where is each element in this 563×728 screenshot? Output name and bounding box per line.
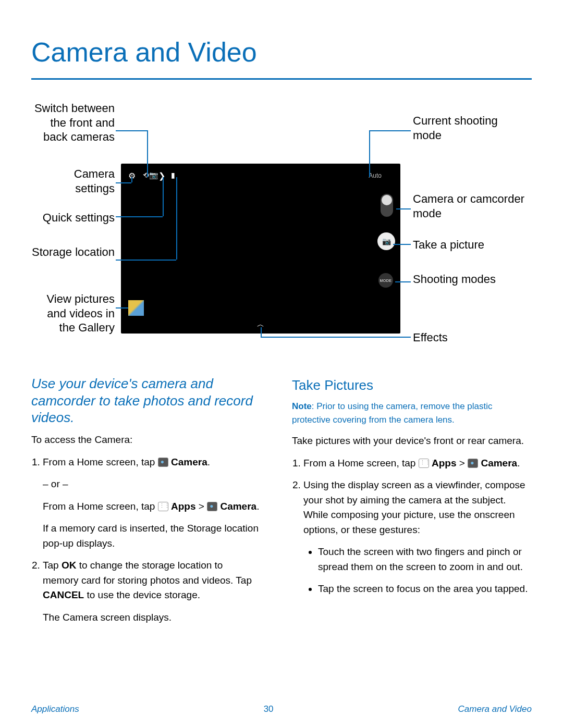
text-bold: Camera: [171, 456, 207, 467]
leader-line: [393, 244, 411, 245]
leader-line: [116, 182, 131, 183]
camera-app-icon: [468, 459, 478, 468]
text: If a memory card is inserted, the Storag…: [43, 521, 261, 551]
callout-shooting-mode: Current shooting mode: [413, 114, 528, 142]
text-bold: Apps: [432, 458, 457, 468]
apps-icon: [158, 502, 168, 511]
camera-icon: 📷: [382, 237, 391, 245]
text: .: [517, 458, 520, 468]
callout-switch-camera: Switch between the front and back camera…: [31, 101, 115, 144]
note: Note: Prior to using the camera, remove …: [292, 400, 532, 426]
leader-line: [369, 130, 411, 131]
text: to use the device storage.: [84, 589, 200, 600]
leader-line: [116, 130, 147, 131]
subheading: Take Pictures: [292, 375, 532, 396]
note-text: : Prior to using the camera, remove the …: [292, 401, 493, 425]
leader-line: [116, 260, 176, 261]
footer: Applications 30 Camera and Video: [31, 704, 532, 714]
leader-line: [147, 130, 148, 177]
text: .: [256, 501, 259, 512]
list-item: Tap the screen to focus on the area you …: [318, 582, 532, 597]
gallery-thumbnail[interactable]: [128, 300, 144, 316]
switch-camera-icon[interactable]: ⟲📷: [143, 171, 158, 179]
mode-button[interactable]: MODE: [378, 273, 393, 288]
text: The Camera screen displays.: [43, 610, 261, 625]
leader-line: [163, 177, 164, 216]
text: From a Home screen, tap: [43, 501, 158, 512]
shooting-mode-label: Auto: [369, 172, 382, 179]
text-bold: Camera: [220, 501, 256, 512]
shutter-button[interactable]: 📷: [377, 232, 395, 250]
leader-line: [131, 177, 132, 182]
leader-line: [116, 307, 128, 309]
right-column: Take Pictures Note: Prior to using the c…: [292, 375, 532, 604]
text: Take pictures with your device's front o…: [292, 434, 532, 449]
or-divider: – or –: [43, 477, 261, 492]
title-rule: [31, 78, 532, 80]
text-bold: OK: [62, 560, 77, 571]
callout-cam-camcorder: Camera or camcorder mode: [413, 192, 528, 220]
leader-line: [395, 281, 411, 282]
text: From a Home screen, tap: [43, 456, 158, 467]
footer-right: Camera and Video: [458, 704, 532, 714]
text: From a Home screen, tap: [303, 458, 419, 468]
storage-icon[interactable]: ▮: [171, 171, 175, 179]
list-item: Tap OK to change the storage location to…: [43, 558, 261, 625]
camera-app-icon: [158, 458, 168, 467]
apps-icon: [419, 459, 429, 468]
intro-text: Use your device's camera and camcorder t…: [31, 375, 261, 426]
left-column: To access the Camera: From a Home screen…: [31, 433, 261, 632]
camera-camcorder-toggle[interactable]: [381, 194, 393, 217]
leader-line: [176, 177, 177, 260]
footer-page-number: 30: [264, 704, 274, 714]
text: Tap: [43, 560, 62, 571]
diagram: ⚙ ⟲📷 ❯ ▮ Auto 📷 MODE ︿ Switch between th…: [31, 99, 532, 349]
callout-shooting-modes: Shooting modes: [413, 272, 528, 287]
list-item: Using the display screen as a viewfinder…: [303, 478, 532, 597]
callout-camera-settings: Camera settings: [31, 167, 115, 195]
access-label: To access the Camera:: [31, 433, 261, 448]
footer-left: Applications: [31, 704, 79, 714]
text: >: [195, 501, 207, 512]
callout-storage: Storage location: [31, 245, 115, 260]
list-item: From a Home screen, tap Camera. – or – F…: [43, 455, 261, 551]
callout-gallery: View pictures and videos in the Gallery: [31, 292, 115, 335]
text: >: [456, 458, 468, 468]
leader-line: [261, 327, 262, 337]
page-title: Camera and Video: [31, 36, 257, 68]
list-item: Touch the screen with two fingers and pi…: [318, 545, 532, 574]
chevron-right-icon[interactable]: ❯: [158, 171, 165, 181]
text-bold: Camera: [481, 458, 517, 468]
callout-quick-settings: Quick settings: [31, 211, 115, 225]
text-bold: CANCEL: [43, 589, 84, 600]
callout-take-picture: Take a picture: [413, 238, 528, 252]
leader-line: [116, 216, 163, 217]
text: Using the display screen as a viewfinder…: [303, 478, 532, 537]
text: .: [207, 456, 210, 467]
callout-effects: Effects: [413, 330, 528, 345]
note-label: Note: [292, 401, 312, 411]
text-bold: Apps: [171, 501, 196, 512]
list-item: From a Home screen, tap Apps > Camera.: [303, 456, 532, 471]
leader-line: [396, 208, 411, 209]
camera-app-icon: [207, 502, 217, 511]
leader-line: [261, 337, 411, 338]
leader-line: [369, 130, 370, 177]
